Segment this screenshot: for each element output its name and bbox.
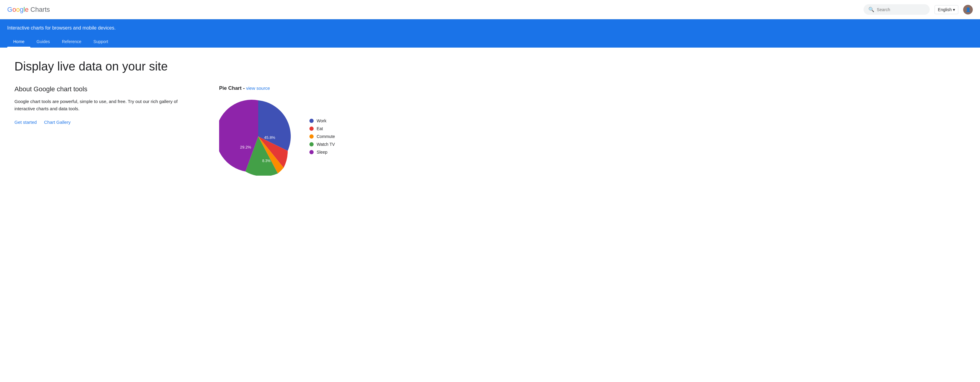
legend-label-work: Work: [317, 118, 326, 123]
search-box[interactable]: 🔍: [864, 4, 930, 15]
legend-dot-sleep: [309, 150, 313, 154]
legend-item-eat: Eat: [309, 126, 335, 131]
legend-dot-work: [309, 119, 313, 123]
chart-title: Pie Chart - view source: [219, 85, 407, 91]
charts-logo-text: Charts: [30, 6, 50, 14]
chevron-down-icon: ▾: [953, 7, 955, 12]
legend-dot-watchtv: [309, 142, 313, 146]
legend-item-commute: Commute: [309, 134, 335, 139]
legend-item-work: Work: [309, 118, 335, 123]
legend-dot-commute: [309, 134, 313, 139]
avatar[interactable]: 👤: [963, 5, 973, 14]
tab-reference[interactable]: Reference: [56, 35, 88, 48]
legend-dot-eat: [309, 126, 313, 131]
content-grid: About Google chart tools Google chart to…: [14, 85, 407, 176]
page-title: Display live data on your site: [14, 60, 407, 73]
logo-area: Google Charts: [7, 6, 50, 14]
chart-section: Pie Chart - view source: [219, 85, 407, 176]
legend-label-eat: Eat: [317, 126, 323, 131]
tab-support[interactable]: Support: [87, 35, 114, 48]
language-label: English: [938, 7, 952, 12]
google-logo: Google: [7, 6, 29, 14]
legend-item-watchtv: Watch TV: [309, 142, 335, 147]
chart-container: 45.8% 29.2% 8.3% Work Eat: [219, 97, 407, 176]
section-title: About Google chart tools: [14, 85, 195, 93]
chart-title-text: Pie Chart: [219, 85, 242, 91]
links: Get started Chart Gallery: [14, 120, 195, 125]
main-content: Display live data on your site About Goo…: [0, 48, 422, 188]
legend-item-sleep: Sleep: [309, 150, 335, 155]
banner: Interactive charts for browsers and mobi…: [0, 19, 980, 48]
work-label: 45.8%: [264, 135, 275, 140]
view-source-link[interactable]: view source: [246, 86, 270, 91]
section-body: Google chart tools are powerful, simple …: [14, 98, 195, 112]
pie-svg: 45.8% 29.2% 8.3%: [219, 97, 298, 176]
chart-gallery-link[interactable]: Chart Gallery: [44, 120, 70, 125]
language-selector[interactable]: English ▾: [935, 5, 958, 14]
search-input[interactable]: [877, 7, 925, 12]
chart-legend: Work Eat Commute Watch TV: [309, 118, 335, 155]
search-icon: 🔍: [868, 6, 874, 12]
get-started-link[interactable]: Get started: [14, 120, 37, 125]
pie-chart: 45.8% 29.2% 8.3%: [219, 97, 298, 176]
tab-guides[interactable]: Guides: [30, 35, 56, 48]
header: Google Charts 🔍 English ▾ 👤: [0, 0, 980, 19]
legend-label-watchtv: Watch TV: [317, 142, 335, 147]
banner-tagline: Interactive charts for browsers and mobi…: [7, 25, 973, 31]
legend-label-sleep: Sleep: [317, 150, 328, 155]
header-right: 🔍 English ▾ 👤: [864, 4, 973, 15]
content-left: About Google chart tools Google chart to…: [14, 85, 195, 125]
nav-tabs: Home Guides Reference Support: [7, 35, 973, 48]
chart-title-separator: -: [243, 85, 246, 91]
eat-label: 8.3%: [262, 159, 270, 163]
sleep-label: 29.2%: [240, 145, 251, 149]
tab-home[interactable]: Home: [7, 35, 30, 48]
legend-label-commute: Commute: [317, 134, 335, 139]
